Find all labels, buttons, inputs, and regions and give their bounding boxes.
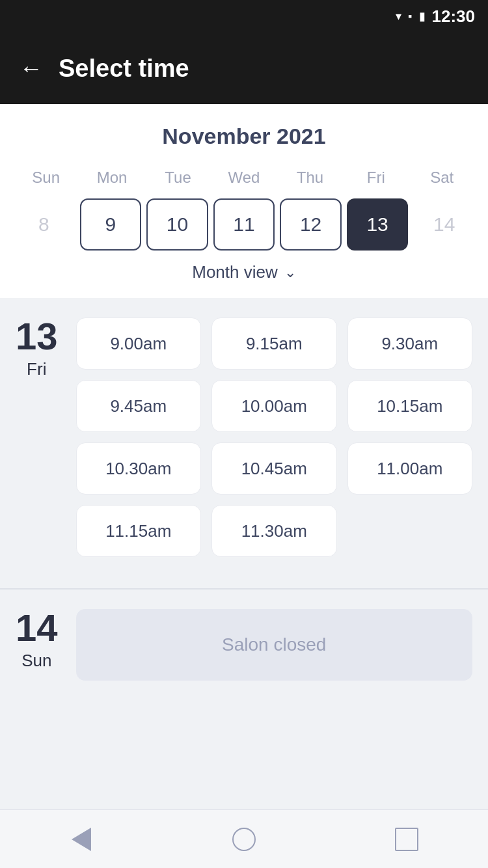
app-header: ← Select time <box>0 33 488 104</box>
status-time: 12:30 <box>432 7 476 27</box>
day-name-13: Fri <box>27 359 46 379</box>
time-section-14: 14 Sun Salon closed <box>0 590 488 707</box>
day-name-14: Sun <box>21 651 51 671</box>
nav-recent-button[interactable] <box>390 823 423 856</box>
day-label-row-13: 13 Fri 9.00am 9.15am 9.30am 9.45am 10.00… <box>16 318 472 557</box>
calendar-section: November 2021 Sun Mon Tue Wed Thu Fri Sa… <box>0 104 488 298</box>
wifi-icon: ▾ <box>396 9 401 23</box>
back-button[interactable]: ← <box>20 57 43 80</box>
chevron-down-icon: ⌄ <box>284 264 296 281</box>
time-slot-930am[interactable]: 9.30am <box>347 318 473 370</box>
time-slot-915am[interactable]: 9.15am <box>211 318 337 370</box>
time-slot-1100am[interactable]: 11.00am <box>347 442 473 495</box>
bottom-navigation <box>0 809 488 868</box>
day-number-14: 14 <box>16 609 58 647</box>
day-number-13: 13 <box>16 318 58 355</box>
nav-home-button[interactable] <box>228 823 260 856</box>
page-title: Select time <box>59 55 189 83</box>
day-13[interactable]: 13 <box>347 198 409 251</box>
weekday-fri: Fri <box>343 165 409 191</box>
weekday-headers: Sun Mon Tue Wed Thu Fri Sat <box>13 165 475 191</box>
day-11[interactable]: 11 <box>213 198 275 251</box>
day-info-13: 13 Fri <box>16 318 58 379</box>
time-slot-1130am[interactable]: 11.30am <box>211 505 337 557</box>
salon-closed-message: Salon closed <box>76 609 472 681</box>
recent-nav-icon <box>395 828 418 851</box>
signal-icon: ▪ <box>408 10 412 23</box>
time-slot-945am[interactable]: 9.45am <box>76 380 201 432</box>
status-bar: ▾ ▪ ▮ 12:30 <box>0 0 488 33</box>
time-slot-900am[interactable]: 9.00am <box>76 318 201 370</box>
day-info-14: 14 Sun <box>16 609 58 671</box>
weekday-tue: Tue <box>145 165 211 191</box>
weekday-wed: Wed <box>211 165 277 191</box>
time-slot-1030am[interactable]: 10.30am <box>76 442 201 495</box>
time-slot-1000am[interactable]: 10.00am <box>211 380 337 432</box>
day-14[interactable]: 14 <box>413 198 475 251</box>
weekday-thu: Thu <box>277 165 343 191</box>
time-section-13: 13 Fri 9.00am 9.15am 9.30am 9.45am 10.00… <box>0 298 488 588</box>
month-view-label: Month view <box>192 262 278 282</box>
time-slot-1115am[interactable]: 11.15am <box>76 505 201 557</box>
day-10[interactable]: 10 <box>146 198 208 251</box>
month-view-toggle[interactable]: Month view ⌄ <box>13 251 475 285</box>
home-nav-icon <box>232 828 256 851</box>
battery-icon: ▮ <box>419 9 426 23</box>
calendar-days-row: 8 9 10 11 12 13 14 <box>13 198 475 251</box>
time-slots-grid-13: 9.00am 9.15am 9.30am 9.45am 10.00am 10.1… <box>76 318 472 557</box>
back-nav-icon <box>72 828 91 851</box>
day-9[interactable]: 9 <box>80 198 142 251</box>
weekday-sat: Sat <box>409 165 475 191</box>
nav-back-button[interactable] <box>65 823 98 856</box>
day-8[interactable]: 8 <box>13 198 75 251</box>
day-12[interactable]: 12 <box>280 198 342 251</box>
closed-content: 14 Sun Salon closed <box>16 609 472 681</box>
time-slot-1015am[interactable]: 10.15am <box>347 380 473 432</box>
time-slot-1045am[interactable]: 10.45am <box>211 442 337 495</box>
weekday-mon: Mon <box>79 165 144 191</box>
status-icons: ▾ ▪ ▮ 12:30 <box>396 7 475 27</box>
weekday-sun: Sun <box>13 165 79 191</box>
month-year-label: November 2021 <box>13 124 475 149</box>
